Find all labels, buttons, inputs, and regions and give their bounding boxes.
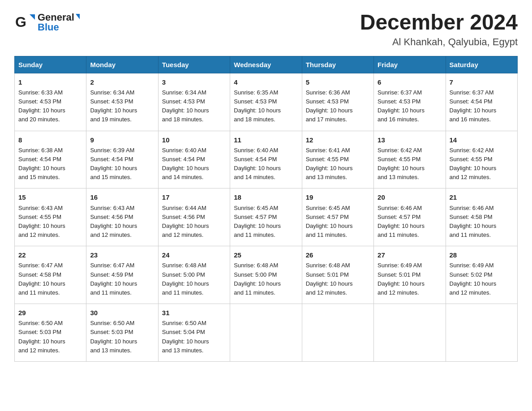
calendar-day xyxy=(374,304,446,362)
day-number: 30 xyxy=(90,308,154,318)
calendar-day: 5Sunrise: 6:36 AMSunset: 4:53 PMDaylight… xyxy=(302,73,373,131)
svg-marker-1 xyxy=(30,14,35,20)
day-number: 18 xyxy=(234,192,298,202)
day-number: 21 xyxy=(450,192,514,202)
day-number: 20 xyxy=(378,192,442,202)
calendar-day: 14Sunrise: 6:42 AMSunset: 4:55 PMDayligh… xyxy=(446,131,517,188)
day-number: 11 xyxy=(234,135,298,145)
calendar-day: 19Sunrise: 6:45 AMSunset: 4:57 PMDayligh… xyxy=(302,188,373,246)
calendar-day: 4Sunrise: 6:35 AMSunset: 4:53 PMDaylight… xyxy=(230,73,302,131)
logo-general-text: General xyxy=(38,13,80,22)
day-info: Sunrise: 6:40 AMSunset: 4:54 PMDaylight:… xyxy=(234,147,281,180)
calendar-day: 27Sunrise: 6:49 AMSunset: 5:01 PMDayligh… xyxy=(374,246,446,304)
calendar-day: 24Sunrise: 6:48 AMSunset: 5:00 PMDayligh… xyxy=(158,246,230,304)
day-number: 17 xyxy=(162,192,226,202)
day-info: Sunrise: 6:38 AMSunset: 4:54 PMDaylight:… xyxy=(18,147,65,180)
svg-text:G: G xyxy=(15,14,26,30)
day-number: 26 xyxy=(306,250,370,260)
calendar-table: Sunday Monday Tuesday Wednesday Thursday… xyxy=(14,56,518,362)
calendar-day: 21Sunrise: 6:46 AMSunset: 4:58 PMDayligh… xyxy=(446,188,517,246)
day-info: Sunrise: 6:49 AMSunset: 5:01 PMDaylight:… xyxy=(378,262,425,295)
day-info: Sunrise: 6:49 AMSunset: 5:02 PMDaylight:… xyxy=(450,262,497,295)
col-tuesday: Tuesday xyxy=(158,56,230,73)
day-number: 13 xyxy=(378,135,442,145)
day-number: 12 xyxy=(306,135,370,145)
day-info: Sunrise: 6:41 AMSunset: 4:55 PMDaylight:… xyxy=(306,147,353,180)
day-number: 14 xyxy=(450,135,514,145)
calendar-week-1: 1Sunrise: 6:33 AMSunset: 4:53 PMDaylight… xyxy=(15,73,518,131)
col-thursday: Thursday xyxy=(302,56,373,73)
day-info: Sunrise: 6:43 AMSunset: 4:56 PMDaylight:… xyxy=(90,205,137,238)
day-info: Sunrise: 6:48 AMSunset: 5:00 PMDaylight:… xyxy=(234,262,281,295)
page-header: G General Blue December 2024 Al Khankah,… xyxy=(14,11,518,48)
calendar-day xyxy=(302,304,373,362)
day-number: 24 xyxy=(162,250,226,260)
logo-icon: G xyxy=(14,11,38,34)
col-saturday: Saturday xyxy=(446,56,517,73)
day-number: 9 xyxy=(90,135,154,145)
day-number: 23 xyxy=(90,250,154,260)
day-number: 16 xyxy=(90,192,154,202)
day-info: Sunrise: 6:48 AMSunset: 5:01 PMDaylight:… xyxy=(306,262,353,295)
calendar-week-5: 29Sunrise: 6:50 AMSunset: 5:03 PMDayligh… xyxy=(15,304,518,362)
calendar-day: 30Sunrise: 6:50 AMSunset: 5:03 PMDayligh… xyxy=(86,304,158,362)
calendar-day: 3Sunrise: 6:34 AMSunset: 4:53 PMDaylight… xyxy=(158,73,230,131)
day-info: Sunrise: 6:42 AMSunset: 4:55 PMDaylight:… xyxy=(378,147,425,180)
day-number: 27 xyxy=(378,250,442,260)
calendar-day xyxy=(446,304,517,362)
calendar-day: 18Sunrise: 6:45 AMSunset: 4:57 PMDayligh… xyxy=(230,188,302,246)
day-number: 19 xyxy=(306,192,370,202)
day-info: Sunrise: 6:50 AMSunset: 5:04 PMDaylight:… xyxy=(162,320,209,353)
calendar-day: 26Sunrise: 6:48 AMSunset: 5:01 PMDayligh… xyxy=(302,246,373,304)
logo-blue-text: Blue xyxy=(38,22,80,32)
calendar-day: 25Sunrise: 6:48 AMSunset: 5:00 PMDayligh… xyxy=(230,246,302,304)
day-info: Sunrise: 6:45 AMSunset: 4:57 PMDaylight:… xyxy=(234,205,281,238)
calendar-day: 10Sunrise: 6:40 AMSunset: 4:54 PMDayligh… xyxy=(158,131,230,188)
calendar-day: 6Sunrise: 6:37 AMSunset: 4:53 PMDaylight… xyxy=(374,73,446,131)
day-number: 3 xyxy=(162,77,226,87)
day-info: Sunrise: 6:48 AMSunset: 5:00 PMDaylight:… xyxy=(162,262,209,295)
day-number: 31 xyxy=(162,308,226,318)
col-friday: Friday xyxy=(374,56,446,73)
calendar-day: 28Sunrise: 6:49 AMSunset: 5:02 PMDayligh… xyxy=(446,246,517,304)
day-number: 7 xyxy=(450,77,514,87)
day-number: 2 xyxy=(90,77,154,87)
col-sunday: Sunday xyxy=(15,56,86,73)
calendar-day: 16Sunrise: 6:43 AMSunset: 4:56 PMDayligh… xyxy=(86,188,158,246)
day-info: Sunrise: 6:50 AMSunset: 5:03 PMDaylight:… xyxy=(18,320,65,353)
calendar-week-4: 22Sunrise: 6:47 AMSunset: 4:58 PMDayligh… xyxy=(15,246,518,304)
calendar-week-3: 15Sunrise: 6:43 AMSunset: 4:55 PMDayligh… xyxy=(15,188,518,246)
calendar-day: 12Sunrise: 6:41 AMSunset: 4:55 PMDayligh… xyxy=(302,131,373,188)
day-info: Sunrise: 6:36 AMSunset: 4:53 PMDaylight:… xyxy=(306,89,353,123)
subtitle: Al Khankah, Qalyubia, Egypt xyxy=(360,36,518,48)
calendar-day: 2Sunrise: 6:34 AMSunset: 4:53 PMDaylight… xyxy=(86,73,158,131)
day-info: Sunrise: 6:46 AMSunset: 4:57 PMDaylight:… xyxy=(378,205,425,238)
logo: G General Blue xyxy=(14,11,80,34)
calendar-day: 22Sunrise: 6:47 AMSunset: 4:58 PMDayligh… xyxy=(15,246,86,304)
calendar-day: 11Sunrise: 6:40 AMSunset: 4:54 PMDayligh… xyxy=(230,131,302,188)
day-info: Sunrise: 6:35 AMSunset: 4:53 PMDaylight:… xyxy=(234,89,281,123)
day-info: Sunrise: 6:50 AMSunset: 5:03 PMDaylight:… xyxy=(90,320,137,353)
day-number: 22 xyxy=(18,250,82,260)
day-number: 28 xyxy=(450,250,514,260)
header-row: Sunday Monday Tuesday Wednesday Thursday… xyxy=(15,56,518,73)
day-number: 15 xyxy=(18,192,82,202)
day-info: Sunrise: 6:42 AMSunset: 4:55 PMDaylight:… xyxy=(450,147,497,180)
day-info: Sunrise: 6:47 AMSunset: 4:58 PMDaylight:… xyxy=(18,262,65,295)
calendar-day xyxy=(230,304,302,362)
calendar-day: 23Sunrise: 6:47 AMSunset: 4:59 PMDayligh… xyxy=(86,246,158,304)
calendar-week-2: 8Sunrise: 6:38 AMSunset: 4:54 PMDaylight… xyxy=(15,131,518,188)
calendar-day: 29Sunrise: 6:50 AMSunset: 5:03 PMDayligh… xyxy=(15,304,86,362)
day-info: Sunrise: 6:43 AMSunset: 4:55 PMDaylight:… xyxy=(18,205,65,238)
calendar-day: 9Sunrise: 6:39 AMSunset: 4:54 PMDaylight… xyxy=(86,131,158,188)
day-info: Sunrise: 6:47 AMSunset: 4:59 PMDaylight:… xyxy=(90,262,137,295)
day-info: Sunrise: 6:45 AMSunset: 4:57 PMDaylight:… xyxy=(306,205,353,238)
day-number: 1 xyxy=(18,77,82,87)
day-number: 4 xyxy=(234,77,298,87)
day-number: 10 xyxy=(162,135,226,145)
calendar-day: 13Sunrise: 6:42 AMSunset: 4:55 PMDayligh… xyxy=(374,131,446,188)
day-number: 5 xyxy=(306,77,370,87)
calendar-day: 31Sunrise: 6:50 AMSunset: 5:04 PMDayligh… xyxy=(158,304,230,362)
title-block: December 2024 Al Khankah, Qalyubia, Egyp… xyxy=(360,11,518,48)
calendar-day: 8Sunrise: 6:38 AMSunset: 4:54 PMDaylight… xyxy=(15,131,86,188)
